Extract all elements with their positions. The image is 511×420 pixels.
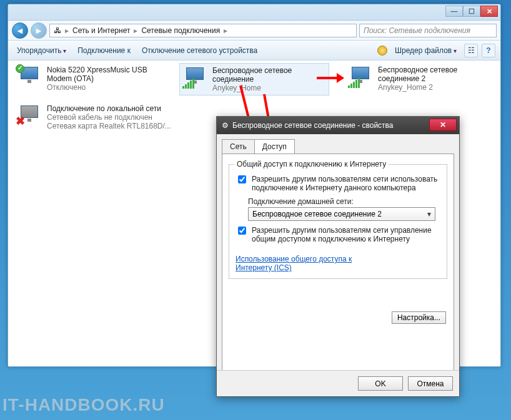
connection-status: Сетевой кабель не подключен xyxy=(47,113,171,122)
breadcrumb-level1[interactable]: Сеть и Интернет xyxy=(71,26,131,35)
connection-title: Подключение по локальной сети xyxy=(47,104,171,113)
connection-title: Nokia 5220 XpressMusic USB xyxy=(47,66,147,74)
dialog-footer: OK Отмена xyxy=(217,370,459,396)
connection-title: соединение 2 xyxy=(378,74,457,83)
help-button[interactable]: ? xyxy=(482,44,495,57)
ics-help-link[interactable]: Интернету (ICS) xyxy=(236,263,292,272)
chevron-right-icon: ▸ xyxy=(222,26,229,35)
properties-dialog: ⚙ Беспроводное сетевое соединение - свой… xyxy=(216,116,460,397)
combo-value: Беспроводное сетевое соединение 2 xyxy=(252,210,382,218)
lan-icon: ✖ xyxy=(17,104,42,127)
allow-control-checkbox[interactable] xyxy=(238,227,246,235)
dialog-title: Беспроводное сетевое соединение - свойст… xyxy=(232,121,394,130)
breadcrumb-bar[interactable]: 🖧 ▸ Сеть и Интернет ▸ Сетевые подключени… xyxy=(49,24,357,37)
chevron-right-icon: ▸ xyxy=(132,26,139,35)
dialog-titlebar: ⚙ Беспроводное сетевое соединение - свой… xyxy=(217,117,459,134)
nav-back-button[interactable]: ◄ xyxy=(12,22,28,39)
breadcrumb-root-icon: 🖧 xyxy=(52,26,62,35)
annotation-arrow xyxy=(317,77,343,79)
tab-sharing[interactable]: Доступ xyxy=(254,139,295,154)
tab-network[interactable]: Сеть xyxy=(222,139,255,154)
explorer-titlebar: — ☐ ✕ xyxy=(8,4,500,21)
wifi-icon xyxy=(182,66,207,89)
dialog-close-button[interactable]: ✕ xyxy=(429,119,457,131)
close-button[interactable]: ✕ xyxy=(480,6,498,17)
home-network-combo[interactable]: Беспроводное сетевое соединение 2 xyxy=(248,207,435,221)
connection-status: Отключено xyxy=(47,83,147,92)
allow-control-label: Разрешить другим пользователям сети упра… xyxy=(252,226,440,243)
ics-group: Общий доступ к подключению к Интернету Р… xyxy=(229,164,447,279)
file-shredder-button[interactable]: Шредер файлов xyxy=(391,45,460,56)
home-network-label: Подключение домашней сети: xyxy=(248,197,440,206)
connection-status: Anykey_Home xyxy=(212,84,292,92)
connection-title: Беспроводное сетевое xyxy=(212,66,292,75)
ics-help-link[interactable]: Использование общего доступа к xyxy=(236,255,352,263)
toolbar: Упорядочить Подключение к Отключение сет… xyxy=(8,41,500,61)
connection-item-lan[interactable]: ✖ Подключение по локальной сети Сетевой … xyxy=(14,102,183,133)
view-options-button[interactable]: ☷ xyxy=(464,44,478,57)
allow-sharing-checkbox[interactable] xyxy=(238,175,246,183)
connection-status: Anykey_Home 2 xyxy=(378,83,457,92)
socket-icon: ⚙ xyxy=(222,121,229,130)
connection-title: соединение xyxy=(212,75,292,84)
connection-item-wifi1[interactable]: Беспроводное сетевое соединение Anykey_H… xyxy=(179,63,329,95)
organize-button[interactable]: Упорядочить xyxy=(13,45,70,56)
nav-forward-button[interactable]: ► xyxy=(31,22,47,39)
configure-button[interactable]: Настройка... xyxy=(392,311,446,324)
connection-title: Беспроводное сетевое xyxy=(378,66,457,74)
disable-device-button[interactable]: Отключение сетевого устройства xyxy=(138,45,261,56)
connect-to-button[interactable]: Подключение к xyxy=(74,45,134,56)
breadcrumb-level2[interactable]: Сетевые подключения xyxy=(140,26,221,35)
search-input[interactable]: Поиск: Сетевые подключения xyxy=(359,24,497,37)
ok-button[interactable]: OK xyxy=(358,376,403,391)
shredder-icon xyxy=(377,46,387,56)
cancel-button[interactable]: Отмена xyxy=(408,376,453,391)
wifi-icon xyxy=(348,66,373,88)
allow-sharing-label: Разрешить другим пользователям сети испо… xyxy=(252,175,440,192)
group-title: Общий доступ к подключению к Интернету xyxy=(234,160,389,168)
connection-adapter: Сетевая карта Realtek RTL8168D/... xyxy=(47,122,171,130)
watermark: IT-HANDBOOK.RU xyxy=(2,395,165,415)
modem-icon xyxy=(17,66,42,88)
connection-item-wifi2[interactable]: Беспроводное сетевое соединение 2 Anykey… xyxy=(345,63,483,94)
tab-content: Общий доступ к подключению к Интернету Р… xyxy=(222,154,454,378)
connection-item-modem[interactable]: Nokia 5220 XpressMusic USB Modem (OTA) О… xyxy=(14,63,171,94)
address-bar: ◄ ► 🖧 ▸ Сеть и Интернет ▸ Сетевые подклю… xyxy=(8,21,500,41)
maximize-button[interactable]: ☐ xyxy=(463,6,480,17)
connection-title: Modem (OTA) xyxy=(47,74,147,83)
chevron-right-icon: ▸ xyxy=(64,26,70,35)
minimize-button[interactable]: — xyxy=(445,6,463,17)
